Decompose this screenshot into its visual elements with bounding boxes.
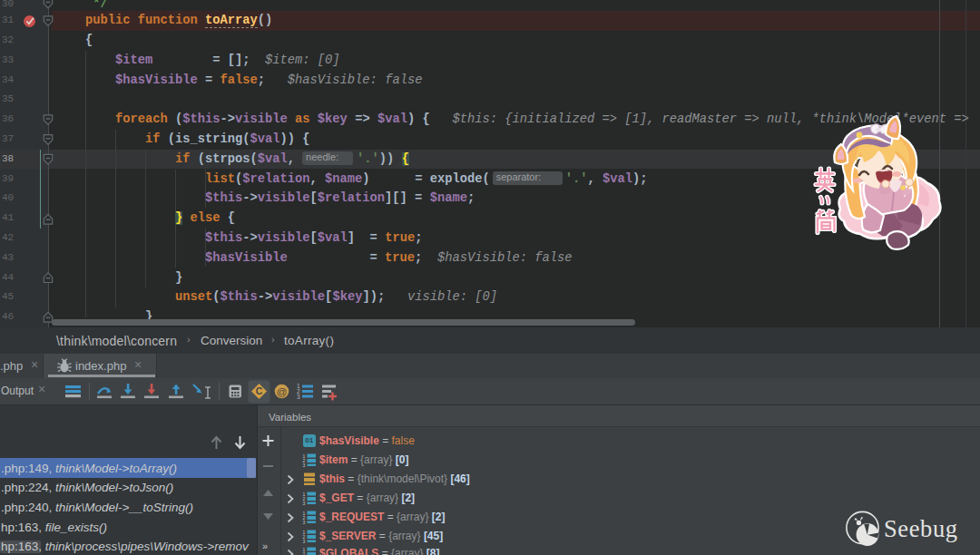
svg-text:3: 3 bbox=[303, 520, 306, 524]
svg-text:3: 3 bbox=[297, 394, 300, 400]
svg-text:@: @ bbox=[277, 386, 288, 397]
svg-text:3: 3 bbox=[303, 539, 306, 543]
svg-text:3: 3 bbox=[303, 462, 306, 467]
svg-text:2: 2 bbox=[303, 551, 306, 555]
svg-text:3: 3 bbox=[303, 501, 306, 505]
svg-text:C: C bbox=[256, 385, 263, 396]
svg-text:»: » bbox=[262, 540, 268, 551]
svg-text:Seebug: Seebug bbox=[884, 515, 958, 542]
